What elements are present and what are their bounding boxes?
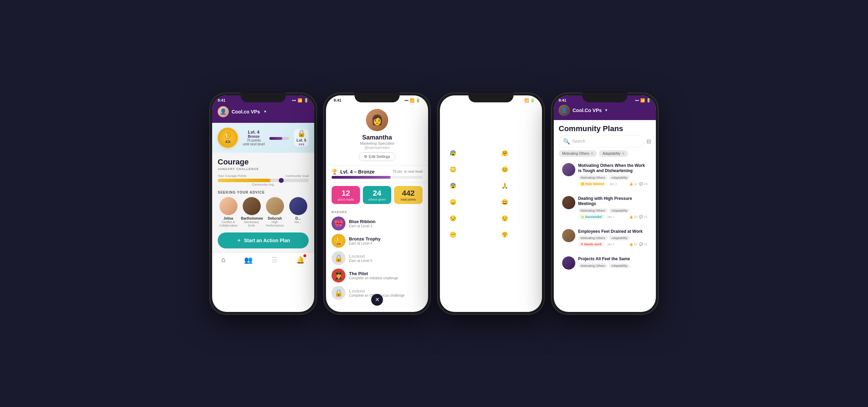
post-avatar-3 bbox=[562, 229, 575, 242]
fear-label: Fear bbox=[459, 184, 467, 188]
close-icon-3[interactable]: ✕ bbox=[532, 115, 536, 121]
community-post-2[interactable]: Dealing with High Pressure Meetings Moti… bbox=[559, 193, 651, 223]
tag-adaptability[interactable]: Adaptability ✕ bbox=[599, 150, 628, 157]
filter-icon[interactable]: ⊟ bbox=[646, 138, 651, 145]
tag-motivating-remove[interactable]: ✕ bbox=[591, 152, 593, 155]
search-icon: 🔍 bbox=[563, 138, 570, 145]
post-avatar-4 bbox=[562, 256, 575, 270]
start-action-plan-button[interactable]: ＋ Start an Action Plan bbox=[218, 232, 309, 248]
edit-settings-button[interactable]: ⚙ Edit Settings bbox=[359, 152, 395, 161]
phone1-nav: 👤 Cool.co VPs ▼ bbox=[218, 104, 309, 118]
stat-points-num: 442 bbox=[396, 189, 420, 198]
pride-emoji: 😤 bbox=[501, 231, 508, 238]
emotion-guilt[interactable]: 😞 Guilt bbox=[445, 195, 494, 209]
stats-row: 12 plans made 24 advice given 442 total … bbox=[326, 183, 428, 208]
level-progress-fill bbox=[332, 176, 391, 179]
peace-emoji: 😌 bbox=[501, 215, 508, 222]
joy-label: Joy bbox=[510, 200, 518, 205]
emotion-joy[interactable]: 😄 Joy bbox=[497, 195, 540, 209]
phone-screen-2: 9:41 ▪▪▪ 📶 🔋 👩 Samantha Marketing Specia… bbox=[326, 95, 428, 312]
home-icon[interactable]: ⌂ bbox=[222, 256, 226, 264]
current-level: Lvl. 4 Bronze 76 points until next level bbox=[243, 129, 265, 146]
badge-pilot: 🧑‍✈️ The Pilot Complete an Initiative ch… bbox=[332, 269, 423, 282]
emotion-peace[interactable]: 😌 Peace bbox=[497, 212, 540, 225]
action-plan-label: ACTION PLAN bbox=[446, 116, 475, 120]
phone-2: 9:41 ▪▪▪ 📶 🔋 👩 Samantha Marketing Specia… bbox=[323, 93, 431, 315]
avatar-1[interactable]: 👤 bbox=[218, 106, 229, 117]
advisor-bartholomew[interactable]: Bartholomew Necessary Evils bbox=[241, 197, 262, 228]
badge-name-trophy: Bronze Trophy bbox=[349, 236, 381, 241]
emotion-gratitude[interactable]: 🙏 Gratitude bbox=[497, 179, 540, 193]
embarrassment-label: Embarrassment bbox=[459, 167, 490, 172]
search-box[interactable]: 🔍 Search bbox=[559, 135, 644, 147]
status-time-1: 9:41 bbox=[218, 98, 225, 102]
progress-labels: Your Courage Points Community Goal bbox=[218, 174, 309, 178]
app-name-1: Cool.co VPs bbox=[232, 109, 260, 115]
profile-header: 👩 Samantha Marketing Specialist @samsams… bbox=[326, 104, 428, 166]
level-bar bbox=[269, 137, 289, 140]
phone3-nav-row: ← → bbox=[440, 297, 542, 312]
post-likes-1: 👍 12 bbox=[629, 182, 637, 186]
tag-adaptability-remove[interactable]: ✕ bbox=[622, 152, 625, 155]
pride-label: Pride bbox=[510, 232, 521, 237]
bell-icon-container[interactable]: 🔔 bbox=[296, 256, 305, 264]
emotion-confidence[interactable]: 😊 Confidence bbox=[497, 163, 540, 176]
status-time-2: 9:41 bbox=[334, 98, 341, 103]
advisor-desc-2: Necessary Evils bbox=[241, 220, 262, 228]
stat-advice-num: 24 bbox=[365, 189, 389, 198]
badges-title: BADGES bbox=[332, 210, 423, 214]
avatar-face-1: 👤 bbox=[218, 106, 229, 117]
community-post-4[interactable]: Projects All Feel the Same Motivating Ot… bbox=[559, 253, 651, 273]
progress-goal-label: Community Goal bbox=[285, 174, 309, 178]
emotion-fear[interactable]: 😨 Fear bbox=[445, 179, 494, 193]
peace-label: Peace bbox=[510, 216, 523, 221]
tag-motivating[interactable]: Motivating Others ✕ bbox=[559, 150, 597, 157]
bell-icon: 🔔 bbox=[296, 256, 305, 264]
back-arrow[interactable]: ← bbox=[447, 300, 454, 308]
fear-emoji: 😨 bbox=[450, 183, 457, 189]
advisor-jelisa[interactable]: Jelisa Conflict & Collaboration bbox=[218, 197, 239, 228]
post-title-4: Projects All Feel the Same bbox=[578, 256, 648, 262]
phone-3: 9:41 ▪▪▪ 📶 🔋 ACTION PLAN ✕ How do you fe… bbox=[437, 93, 545, 315]
badge-bronze-trophy: 🏆 Bronze Trophy Earn at Level 4 bbox=[332, 234, 423, 248]
gratitude-label: Gratitude bbox=[510, 184, 529, 188]
phone4-nav: 👤 Cool.Co VPs ▼ bbox=[559, 105, 651, 116]
jealousy-emoji: 😒 bbox=[450, 215, 457, 222]
community-post-1[interactable]: Motivating Others When the Work is Tough… bbox=[559, 160, 651, 190]
list-icon[interactable]: ☰ bbox=[272, 256, 278, 264]
post-tags-4: Motivating Others Adaptability bbox=[578, 263, 648, 268]
post-content-3: Employees Feel Drained at Work Motivatin… bbox=[578, 229, 648, 247]
badge-desc-pilot: Complete an Initiative challenge bbox=[349, 276, 398, 280]
post-tag-4a: Motivating Others bbox=[578, 263, 608, 268]
phone3-header-row: ACTION PLAN ✕ bbox=[446, 115, 536, 121]
question-prefix: How do you feel bbox=[446, 124, 494, 131]
next-level-name: ??? bbox=[299, 143, 304, 146]
chevron-down-icon-4: ▼ bbox=[604, 108, 608, 112]
group-icon[interactable]: 👥 bbox=[244, 256, 253, 264]
emotion-embarrassment[interactable]: 😳 Embarrassment bbox=[445, 163, 494, 176]
tag-adaptability-label: Adaptability bbox=[602, 152, 620, 155]
confidence-label: Confidence bbox=[510, 167, 533, 172]
community-post-3[interactable]: Employees Feel Drained at Work Motivatin… bbox=[559, 226, 651, 251]
post-tag-3b: Adaptability bbox=[609, 236, 630, 240]
progress-marker bbox=[279, 178, 284, 183]
emotion-jealousy[interactable]: 😒 Jealousy bbox=[445, 212, 494, 225]
advisor-deborah[interactable]: Deborah High Performance bbox=[264, 197, 285, 228]
emotion-alarm[interactable]: 😰 Alarm bbox=[445, 146, 494, 160]
status-icons-1: ▪▪▪ 📶 🔋 bbox=[292, 98, 309, 103]
advisor-d[interactable]: D... Mo... bbox=[287, 197, 309, 228]
emotion-pride[interactable]: 😤 Pride bbox=[497, 228, 540, 241]
stat-plans: 12 plans made bbox=[332, 186, 360, 204]
progress-track bbox=[218, 179, 309, 182]
forward-arrow[interactable]: → bbox=[528, 300, 535, 308]
emotion-compassion[interactable]: 🤗 Compassion bbox=[497, 146, 540, 160]
avatar-4[interactable]: 👤 bbox=[559, 105, 570, 116]
seeking-title: SEEKING YOUR ADVICE bbox=[218, 190, 309, 194]
avatar-face-4: 👤 bbox=[559, 105, 570, 116]
advisor-name-1: Jelisa bbox=[218, 217, 239, 220]
post-date-1: Jan 2 bbox=[609, 182, 617, 186]
status-time-3: 9:41 bbox=[447, 98, 454, 103]
emotion-shyness[interactable]: 😶 Shyness bbox=[445, 228, 494, 241]
post-likes-2: 👍 15 bbox=[629, 215, 637, 219]
close-button-2[interactable]: ✕ bbox=[371, 294, 383, 306]
